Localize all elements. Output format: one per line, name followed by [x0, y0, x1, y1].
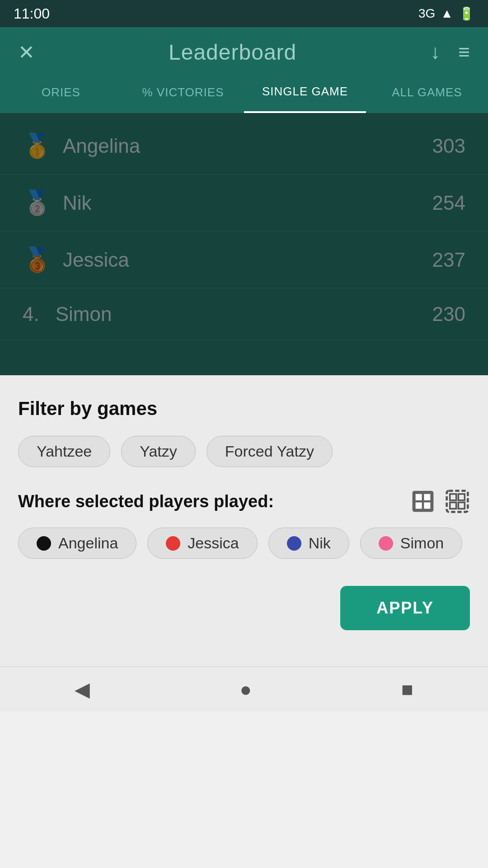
tab-all-games[interactable]: ALL GAMES [366, 77, 488, 113]
game-chips: Yahtzee Yatzy Forced Yatzy [18, 436, 470, 467]
player-label-angelina: Angelina [58, 534, 118, 552]
tab-pct-victories[interactable]: % VICTORIES [122, 77, 244, 113]
svg-rect-9 [458, 502, 465, 509]
svg-rect-7 [458, 494, 465, 500]
apply-row: APPLY [18, 586, 470, 630]
status-time: 11:00 [14, 5, 50, 22]
bottom-nav: ◀ ● ■ [0, 666, 488, 712]
status-icons: 3G ▲ 🔋 [418, 6, 474, 21]
select-all-icon[interactable] [410, 489, 436, 514]
svg-rect-3 [416, 502, 422, 509]
apply-button[interactable]: APPLY [340, 586, 470, 630]
signal-icon: ▲ [441, 6, 453, 21]
filter-panel: Filter by games Yahtzee Yatzy Forced Yat… [0, 375, 488, 666]
network-icon: 3G [418, 6, 435, 21]
player-label-simon: Simon [400, 534, 444, 552]
player-chip-simon[interactable]: Simon [360, 528, 462, 559]
leaderboard-section: 🥇 Angelina 303 🥈 Nik 254 🥉 Jessica 237 4… [0, 113, 488, 375]
player-chips: Angelina Jessica Nik Simon [18, 528, 470, 559]
chip-forced-yatzy[interactable]: Forced Yatzy [206, 436, 333, 467]
svg-rect-2 [424, 494, 430, 500]
page-title: Leaderboard [169, 40, 296, 65]
svg-rect-0 [413, 491, 434, 512]
player-label-nik: Nik [309, 534, 331, 552]
recent-button[interactable]: ■ [401, 678, 413, 701]
player-chip-nik[interactable]: Nik [268, 528, 349, 559]
battery-icon: 🔋 [459, 6, 474, 21]
home-button[interactable]: ● [239, 678, 252, 701]
header-actions: ↓ ≡ [430, 41, 470, 63]
header: ✕ Leaderboard ↓ ≡ [0, 27, 488, 77]
player-dot-jessica [166, 536, 180, 551]
back-button[interactable]: ◀ [75, 678, 90, 701]
status-bar: 11:00 3G ▲ 🔋 [0, 0, 488, 27]
svg-rect-8 [450, 502, 456, 509]
svg-rect-4 [424, 502, 430, 509]
close-button[interactable]: ✕ [18, 41, 35, 64]
chip-yahtzee[interactable]: Yahtzee [18, 436, 110, 467]
chip-yatzy[interactable]: Yatzy [121, 436, 196, 467]
tab-single-game[interactable]: SINGLE GAME [244, 77, 366, 113]
leaderboard-overlay [0, 113, 488, 375]
player-chip-jessica[interactable]: Jessica [147, 528, 257, 559]
player-dot-simon [379, 536, 393, 551]
svg-rect-6 [450, 494, 456, 500]
player-chip-angelina[interactable]: Angelina [18, 528, 136, 559]
player-dot-angelina [37, 536, 51, 551]
select-icons [410, 489, 470, 514]
download-icon[interactable]: ↓ [430, 41, 440, 63]
deselect-all-icon[interactable] [445, 489, 470, 514]
filter-icon[interactable]: ≡ [458, 41, 470, 63]
svg-rect-1 [416, 494, 422, 500]
filter-title: Filter by games [18, 398, 470, 420]
player-dot-nik [287, 536, 301, 551]
player-label-jessica: Jessica [188, 534, 239, 552]
tabs: ORIES % VICTORIES SINGLE GAME ALL GAMES [0, 77, 488, 113]
players-section-label: Where selected players played: [18, 489, 470, 514]
tab-victories[interactable]: ORIES [0, 77, 122, 113]
